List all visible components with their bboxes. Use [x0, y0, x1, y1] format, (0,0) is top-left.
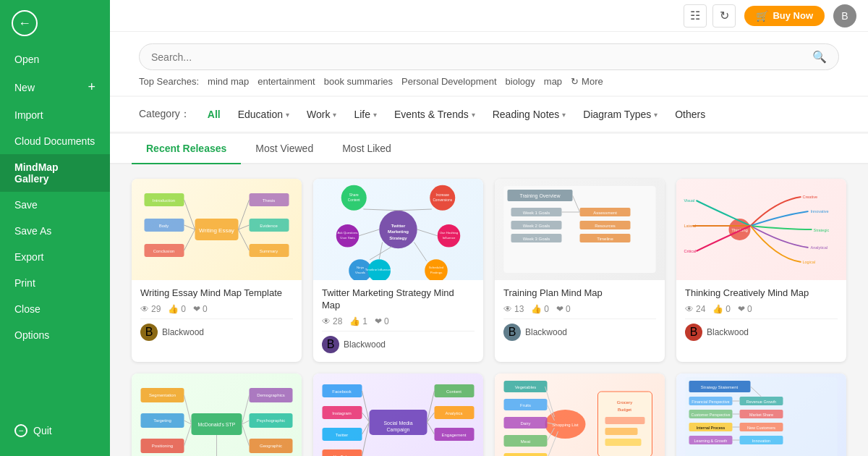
card-image-writing: Writing Essay Introduction Body Conclusi…: [132, 179, 302, 280]
svg-text:Timeline: Timeline: [597, 237, 613, 241]
svg-text:Strategy: Strategy: [389, 235, 407, 240]
cat-diagram[interactable]: Diagram Types ▾: [577, 106, 663, 123]
search-tag-map[interactable]: map: [544, 76, 562, 87]
cat-all[interactable]: All: [202, 106, 226, 123]
svg-text:Resources: Resources: [595, 224, 616, 228]
sidebar-item-import[interactable]: Import: [0, 102, 110, 128]
buy-now-button[interactable]: 🛒 Buy Now: [744, 6, 825, 26]
sidebar-item-new[interactable]: New +: [0, 72, 110, 102]
user-avatar[interactable]: B: [833, 4, 856, 28]
card-twitter[interactable]: Twitter Marketing Strategy Share Content…: [313, 179, 483, 362]
svg-text:Social Media: Social Media: [383, 421, 412, 426]
sidebar-item-export[interactable]: Export: [0, 244, 110, 270]
svg-line-96: [184, 424, 192, 446]
sidebar-item-save[interactable]: Save: [0, 192, 110, 218]
svg-text:McDonald's STP: McDonald's STP: [198, 422, 236, 427]
svg-text:Training Overview: Training Overview: [519, 193, 561, 199]
svg-line-48: [379, 242, 382, 260]
views-stat: 👁 29: [140, 304, 161, 314]
top-searches: Top Searches: mind map entertainment boo…: [139, 70, 839, 87]
card-writing[interactable]: Writing Essay Introduction Body Conclusi…: [132, 179, 302, 362]
sidebar-item-print[interactable]: Print: [0, 270, 110, 296]
svg-text:Content: Content: [348, 198, 360, 202]
search-tag-mindmap[interactable]: mind map: [208, 76, 249, 87]
svg-text:Budget: Budget: [618, 408, 631, 412]
svg-text:Lateral: Lateral: [684, 224, 697, 228]
cat-events[interactable]: Events & Trends ▾: [388, 106, 481, 123]
cat-work[interactable]: Work ▾: [301, 106, 342, 123]
svg-text:Meat: Meat: [521, 439, 531, 444]
author-name-training: Blackwood: [525, 327, 567, 337]
card-image-strategy: Strategy Statement Financial Perspective…: [676, 373, 846, 456]
search-tag-entertainment[interactable]: entertainment: [258, 76, 315, 87]
svg-text:Body: Body: [159, 224, 169, 228]
card-supermarket[interactable]: Shopping List Vegetables Fruits Dairy Me…: [495, 373, 665, 456]
likes-stat: 👍 0: [168, 304, 186, 314]
search-tag-personal[interactable]: Personal Development: [401, 76, 497, 87]
cat-others[interactable]: Others: [669, 106, 711, 123]
svg-text:New Customers: New Customers: [747, 426, 775, 430]
author-name-thinking: Blackwood: [707, 327, 749, 337]
svg-text:Increase: Increase: [436, 193, 450, 197]
more-button[interactable]: ↻ More: [571, 76, 603, 87]
sidebar-item-gallery[interactable]: MindMap Gallery: [0, 154, 110, 192]
sidebar-item-open[interactable]: Open: [0, 46, 110, 72]
undo-icon[interactable]: ↻: [712, 4, 736, 28]
topbar: ☷ ↻ 🛒 Buy Now B: [110, 0, 868, 32]
svg-text:Market Share: Market Share: [749, 413, 773, 417]
search-bar[interactable]: 🔍: [139, 43, 839, 70]
tab-recent[interactable]: Recent Releases: [132, 134, 241, 164]
card-stats-thinking: 👁 24 👍 0 ❤ 0: [685, 304, 838, 314]
svg-text:Evidence: Evidence: [260, 224, 278, 228]
card-stp[interactable]: McDonald's STP Segmentation Targeting Po…: [132, 373, 302, 456]
education-chevron: ▾: [286, 111, 289, 119]
back-button[interactable]: ←: [0, 0, 110, 46]
svg-line-19: [239, 229, 250, 250]
card-social[interactable]: Social Media Campaign Facebook Instagram…: [313, 373, 483, 456]
svg-text:Conversions: Conversions: [433, 198, 452, 202]
quit-button[interactable]: − Quit: [0, 417, 110, 444]
sidebar-item-close[interactable]: Close: [0, 296, 110, 322]
sidebar: ← Open New + Import Cloud Documents Mind…: [0, 0, 110, 456]
card-thinking[interactable]: Thinking Creative Innovative Strategic A…: [676, 179, 846, 362]
cat-life[interactable]: Life ▾: [348, 106, 383, 123]
diagram-chevron: ▾: [654, 111, 658, 119]
work-chevron: ▾: [333, 111, 336, 119]
svg-text:Dairy: Dairy: [520, 421, 530, 426]
card-strategy[interactable]: Strategy Statement Financial Perspective…: [676, 373, 846, 456]
sidebar-item-cloud[interactable]: Cloud Documents: [0, 128, 110, 154]
svg-rect-142: [605, 439, 642, 446]
template-icon[interactable]: ☷: [684, 4, 707, 28]
card-stats-training: 👁 13 👍 0 ❤ 0: [503, 304, 656, 314]
card-stats-twitter: 👁 28 👍 1 ❤ 0: [322, 316, 475, 326]
svg-text:Vegetables: Vegetables: [515, 385, 537, 389]
card-author-thinking: B Blackwood: [685, 318, 838, 344]
card-image-twitter: Twitter Marketing Strategy Share Content…: [313, 179, 483, 280]
svg-rect-141: [605, 428, 638, 435]
cat-reading[interactable]: Reading Notes ▾: [487, 106, 572, 123]
author-name-writing: Blackwood: [162, 327, 204, 337]
card-training[interactable]: Training Overview Week 1 Goals Week 2 Go…: [495, 179, 665, 362]
tabs-bar: Recent Releases Most Viewed Most Liked: [110, 134, 868, 164]
search-input[interactable]: [151, 51, 812, 63]
svg-text:Geographic: Geographic: [260, 444, 282, 448]
card-image-stp: McDonald's STP Segmentation Targeting Po…: [132, 373, 302, 456]
card-title-writing: Writing Essay Mind Map Template: [140, 287, 293, 300]
card-stats-writing: 👁 29 👍 0 ❤ 0: [140, 304, 293, 314]
sidebar-item-options[interactable]: Options: [0, 322, 110, 348]
svg-text:Introduction: Introduction: [153, 198, 175, 203]
svg-text:Timeline Influencers: Timeline Influencers: [365, 268, 394, 271]
search-icon[interactable]: 🔍: [812, 50, 827, 64]
svg-line-17: [239, 200, 250, 229]
card-body-training: Training Plan Mind Map 👁 13 👍 0 ❤ 0 B Bl…: [495, 280, 665, 350]
tab-viewed[interactable]: Most Viewed: [241, 134, 328, 164]
content-area: 🔍 Top Searches: mind map entertainment b…: [110, 32, 868, 456]
search-tag-biology[interactable]: biology: [506, 76, 535, 87]
search-tag-books[interactable]: book summaries: [324, 76, 393, 87]
sidebar-item-saveas[interactable]: Save As: [0, 218, 110, 244]
svg-line-97: [242, 395, 250, 424]
tab-liked[interactable]: Most Liked: [328, 134, 406, 164]
svg-text:Ninja: Ninja: [357, 266, 365, 269]
svg-text:Analytics: Analytics: [445, 411, 462, 415]
cat-education[interactable]: Education ▾: [232, 106, 295, 123]
